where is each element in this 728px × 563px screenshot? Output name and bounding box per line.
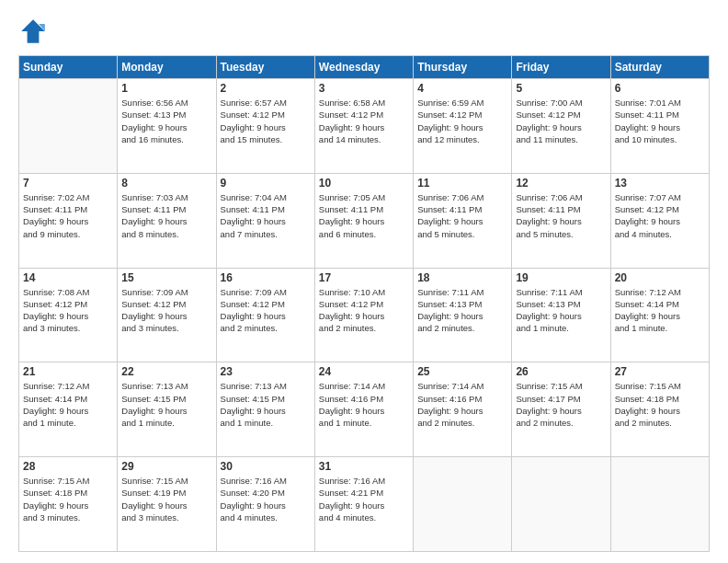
day-number: 20 [615, 271, 705, 284]
calendar-cell: 11Sunrise: 7:06 AM Sunset: 4:11 PM Dayli… [414, 173, 512, 268]
day-number: 7 [23, 177, 113, 190]
day-number: 17 [319, 271, 409, 284]
calendar-week-2: 14Sunrise: 7:08 AM Sunset: 4:12 PM Dayli… [19, 268, 710, 362]
day-info: Sunrise: 7:12 AM Sunset: 4:14 PM Dayligh… [615, 286, 705, 335]
logo-icon [18, 17, 48, 46]
day-info: Sunrise: 7:03 AM Sunset: 4:11 PM Dayligh… [121, 191, 211, 240]
day-info: Sunrise: 7:10 AM Sunset: 4:12 PM Dayligh… [319, 286, 409, 335]
day-number: 16 [221, 271, 311, 284]
day-info: Sunrise: 7:04 AM Sunset: 4:11 PM Dayligh… [221, 191, 311, 240]
day-number: 26 [516, 365, 606, 378]
calendar-cell: 10Sunrise: 7:05 AM Sunset: 4:11 PM Dayli… [314, 173, 413, 268]
day-info: Sunrise: 7:02 AM Sunset: 4:11 PM Dayligh… [23, 191, 113, 240]
day-info: Sunrise: 7:08 AM Sunset: 4:12 PM Dayligh… [23, 286, 113, 335]
calendar-cell: 17Sunrise: 7:10 AM Sunset: 4:12 PM Dayli… [314, 268, 413, 362]
day-number: 8 [121, 177, 211, 190]
calendar-header-monday: Monday [118, 56, 216, 79]
calendar-cell: 22Sunrise: 7:13 AM Sunset: 4:15 PM Dayli… [118, 362, 216, 457]
calendar-cell: 25Sunrise: 7:14 AM Sunset: 4:16 PM Dayli… [414, 362, 512, 457]
day-info: Sunrise: 6:57 AM Sunset: 4:12 PM Dayligh… [221, 97, 311, 145]
day-info: Sunrise: 7:06 AM Sunset: 4:11 PM Dayligh… [516, 191, 606, 240]
day-number: 31 [319, 460, 409, 473]
day-info: Sunrise: 7:07 AM Sunset: 4:12 PM Dayligh… [615, 191, 705, 240]
day-number: 4 [417, 82, 507, 95]
calendar-cell: 6Sunrise: 7:01 AM Sunset: 4:11 PM Daylig… [610, 79, 709, 174]
calendar-cell: 19Sunrise: 7:11 AM Sunset: 4:13 PM Dayli… [512, 268, 610, 362]
day-number: 15 [121, 271, 211, 284]
calendar-cell: 15Sunrise: 7:09 AM Sunset: 4:12 PM Dayli… [118, 268, 216, 362]
day-info: Sunrise: 7:15 AM Sunset: 4:17 PM Dayligh… [516, 380, 606, 429]
calendar-cell: 3Sunrise: 6:58 AM Sunset: 4:12 PM Daylig… [314, 79, 413, 174]
calendar-cell: 28Sunrise: 7:15 AM Sunset: 4:18 PM Dayli… [19, 457, 118, 552]
calendar-cell [414, 457, 512, 552]
calendar-week-3: 21Sunrise: 7:12 AM Sunset: 4:14 PM Dayli… [19, 362, 710, 457]
calendar-cell: 2Sunrise: 6:57 AM Sunset: 4:12 PM Daylig… [216, 79, 314, 174]
calendar-week-1: 7Sunrise: 7:02 AM Sunset: 4:11 PM Daylig… [19, 173, 710, 268]
day-info: Sunrise: 7:12 AM Sunset: 4:14 PM Dayligh… [23, 380, 113, 429]
day-number: 5 [516, 82, 606, 95]
calendar-cell: 4Sunrise: 6:59 AM Sunset: 4:12 PM Daylig… [414, 79, 512, 174]
calendar-header-saturday: Saturday [610, 56, 709, 79]
day-number: 27 [615, 365, 705, 378]
calendar-cell: 20Sunrise: 7:12 AM Sunset: 4:14 PM Dayli… [610, 268, 709, 362]
calendar-week-4: 28Sunrise: 7:15 AM Sunset: 4:18 PM Dayli… [19, 457, 710, 552]
day-number: 24 [319, 365, 409, 378]
day-info: Sunrise: 6:59 AM Sunset: 4:12 PM Dayligh… [417, 97, 507, 145]
day-info: Sunrise: 7:16 AM Sunset: 4:20 PM Dayligh… [221, 475, 311, 523]
calendar-cell: 5Sunrise: 7:00 AM Sunset: 4:12 PM Daylig… [512, 79, 610, 174]
day-number: 14 [23, 271, 113, 284]
calendar-cell: 24Sunrise: 7:14 AM Sunset: 4:16 PM Dayli… [314, 362, 413, 457]
day-info: Sunrise: 7:15 AM Sunset: 4:19 PM Dayligh… [121, 475, 211, 523]
day-info: Sunrise: 7:00 AM Sunset: 4:12 PM Dayligh… [516, 97, 606, 145]
day-info: Sunrise: 7:01 AM Sunset: 4:11 PM Dayligh… [615, 97, 705, 145]
calendar-cell: 1Sunrise: 6:56 AM Sunset: 4:13 PM Daylig… [118, 79, 216, 174]
day-info: Sunrise: 7:13 AM Sunset: 4:15 PM Dayligh… [121, 380, 211, 429]
day-info: Sunrise: 7:11 AM Sunset: 4:13 PM Dayligh… [417, 286, 507, 335]
calendar-cell: 7Sunrise: 7:02 AM Sunset: 4:11 PM Daylig… [19, 173, 118, 268]
day-number: 18 [417, 271, 507, 284]
day-info: Sunrise: 7:06 AM Sunset: 4:11 PM Dayligh… [417, 191, 507, 240]
page: SundayMondayTuesdayWednesdayThursdayFrid… [0, 0, 728, 563]
calendar-table: SundayMondayTuesdayWednesdayThursdayFrid… [18, 55, 710, 552]
calendar-cell [610, 457, 709, 552]
day-number: 6 [615, 82, 705, 95]
day-info: Sunrise: 7:13 AM Sunset: 4:15 PM Dayligh… [221, 380, 311, 429]
calendar-header-sunday: Sunday [19, 56, 118, 79]
calendar-cell: 21Sunrise: 7:12 AM Sunset: 4:14 PM Dayli… [19, 362, 118, 457]
day-number: 12 [516, 177, 606, 190]
calendar-cell: 29Sunrise: 7:15 AM Sunset: 4:19 PM Dayli… [118, 457, 216, 552]
calendar-header-tuesday: Tuesday [216, 56, 314, 79]
day-number: 30 [221, 460, 311, 473]
svg-marker-0 [21, 19, 45, 43]
calendar-cell: 16Sunrise: 7:09 AM Sunset: 4:12 PM Dayli… [216, 268, 314, 362]
calendar-cell: 30Sunrise: 7:16 AM Sunset: 4:20 PM Dayli… [216, 457, 314, 552]
day-info: Sunrise: 7:09 AM Sunset: 4:12 PM Dayligh… [121, 286, 211, 335]
day-info: Sunrise: 7:15 AM Sunset: 4:18 PM Dayligh… [615, 380, 705, 429]
calendar-cell: 9Sunrise: 7:04 AM Sunset: 4:11 PM Daylig… [216, 173, 314, 268]
day-info: Sunrise: 7:05 AM Sunset: 4:11 PM Dayligh… [319, 191, 409, 240]
day-info: Sunrise: 7:15 AM Sunset: 4:18 PM Dayligh… [23, 475, 113, 523]
day-number: 25 [417, 365, 507, 378]
day-info: Sunrise: 6:56 AM Sunset: 4:13 PM Dayligh… [121, 97, 211, 145]
day-number: 10 [319, 177, 409, 190]
day-info: Sunrise: 7:09 AM Sunset: 4:12 PM Dayligh… [221, 286, 311, 335]
calendar-header-row: SundayMondayTuesdayWednesdayThursdayFrid… [19, 56, 710, 79]
calendar-cell: 26Sunrise: 7:15 AM Sunset: 4:17 PM Dayli… [512, 362, 610, 457]
calendar-cell: 8Sunrise: 7:03 AM Sunset: 4:11 PM Daylig… [118, 173, 216, 268]
calendar-header-wednesday: Wednesday [314, 56, 413, 79]
day-info: Sunrise: 7:14 AM Sunset: 4:16 PM Dayligh… [417, 380, 507, 429]
day-number: 21 [23, 365, 113, 378]
calendar-cell: 14Sunrise: 7:08 AM Sunset: 4:12 PM Dayli… [19, 268, 118, 362]
day-number: 13 [615, 177, 705, 190]
calendar-cell: 31Sunrise: 7:16 AM Sunset: 4:21 PM Dayli… [314, 457, 413, 552]
calendar-cell: 23Sunrise: 7:13 AM Sunset: 4:15 PM Dayli… [216, 362, 314, 457]
day-number: 29 [121, 460, 211, 473]
day-number: 19 [516, 271, 606, 284]
day-number: 28 [23, 460, 113, 473]
calendar-cell [512, 457, 610, 552]
day-number: 1 [121, 82, 211, 95]
logo [18, 17, 51, 46]
day-number: 2 [221, 82, 311, 95]
calendar-cell: 27Sunrise: 7:15 AM Sunset: 4:18 PM Dayli… [610, 362, 709, 457]
day-info: Sunrise: 6:58 AM Sunset: 4:12 PM Dayligh… [319, 97, 409, 145]
